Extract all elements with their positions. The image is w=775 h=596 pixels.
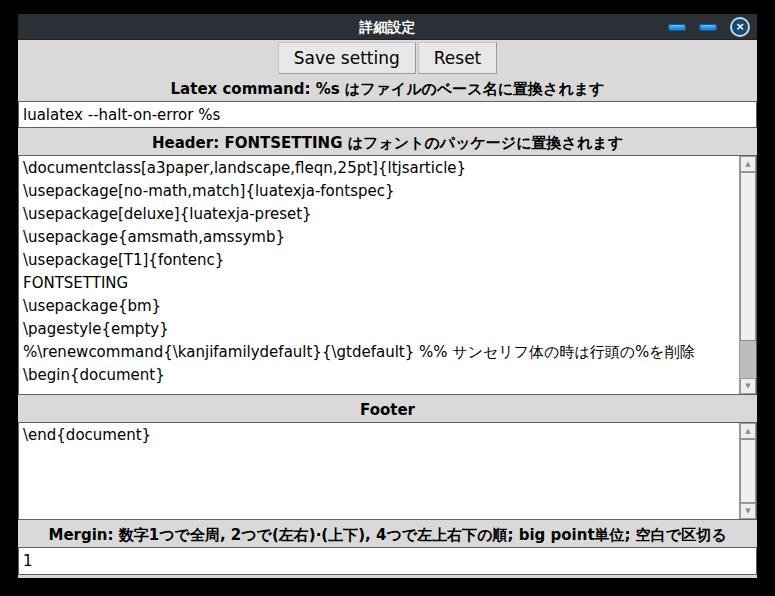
header-scrollbar-track[interactable] [740,172,756,378]
footer-label: Footer [18,400,757,420]
footer-scrollbar-track[interactable] [740,439,756,503]
text-line: \usepackage{amsmath,amssymb} [23,226,735,249]
latex-command-label: Latex command: %s はファイルのベース名に置換されます [18,79,757,99]
header-label: Header: FONTSETTING はフォントのパッケージに置換されます [18,133,757,153]
scroll-up-icon[interactable]: ▲ [740,156,756,172]
text-line: \documentclass[a3paper,landscape,fleqn,2… [23,157,735,180]
reset-button[interactable]: Reset [418,42,498,74]
minimize-icon[interactable] [668,24,686,31]
action-button-row: Save setting Reset [18,42,757,74]
window-title: 詳細設定 [18,14,757,40]
dialog-content: Save setting Reset Latex command: %s はファ… [18,40,757,578]
footer-textarea[interactable]: \end{document} [19,423,739,519]
text-line: \usepackage{bm} [23,295,735,318]
save-setting-button[interactable]: Save setting [278,42,416,74]
text-line: \pagestyle{empty} [23,318,735,341]
margin-input[interactable] [18,547,757,575]
window-controls: × [668,14,750,40]
maximize-icon[interactable] [699,24,717,31]
close-icon[interactable]: × [730,17,750,37]
scroll-up-icon[interactable]: ▲ [740,423,756,439]
text-line: \end{document} [23,424,735,447]
margin-label: Mergin: 数字1つで全周, 2つで(左右)·(上下), 4つで左上右下の順… [18,525,757,545]
text-line: FONTSETTING [23,272,735,295]
desktop-background: { "window": { "title": "詳細設定" }, "icons"… [0,0,775,596]
text-line: \usepackage[no-math,match]{luatexja-font… [23,180,735,203]
titlebar: 詳細設定 × [18,14,757,40]
footer-scrollbar[interactable]: ▲ ▼ [739,423,756,519]
header-textarea[interactable]: \documentclass[a3paper,landscape,fleqn,2… [19,156,739,394]
scroll-down-icon[interactable]: ▼ [740,378,756,394]
header-text-widget: \documentclass[a3paper,landscape,fleqn,2… [18,155,757,395]
footer-scrollbar-thumb[interactable] [740,439,756,503]
header-scrollbar-thumb[interactable] [740,172,756,341]
text-line: %\renewcommand{\kanjifamilydefault}{\gtd… [23,341,735,364]
footer-text-widget: \end{document} ▲ ▼ [18,422,757,520]
text-line: \begin{document} [23,364,735,387]
header-scrollbar[interactable]: ▲ ▼ [739,156,756,394]
settings-window: 詳細設定 × Save setting Reset Latex command:… [18,14,757,578]
text-line: \usepackage[deluxe]{luatexja-preset} [23,203,735,226]
latex-command-input[interactable] [18,101,757,128]
scroll-down-icon[interactable]: ▼ [740,503,756,519]
text-line: \usepackage[T1]{fontenc} [23,249,735,272]
